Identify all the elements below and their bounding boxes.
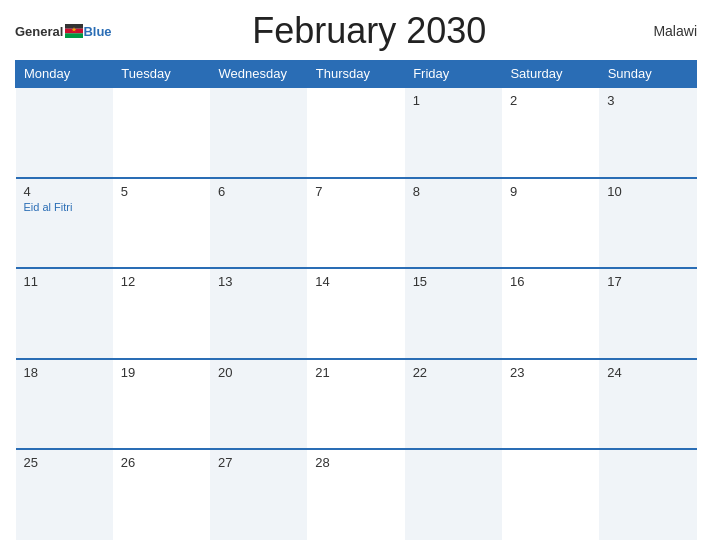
day-number: 2: [510, 93, 591, 108]
calendar-page: General Blue February 2030 Malawi Monday…: [0, 0, 712, 550]
day-number: 25: [24, 455, 105, 470]
holiday-label: Eid al Fitri: [24, 201, 105, 213]
calendar-day-cell: 11: [16, 268, 113, 359]
calendar-header: General Blue February 2030 Malawi: [15, 10, 697, 52]
day-header-friday: Friday: [405, 61, 502, 88]
days-header-row: MondayTuesdayWednesdayThursdayFridaySatu…: [16, 61, 697, 88]
calendar-week-row: 123: [16, 87, 697, 178]
calendar-day-cell: [405, 449, 502, 540]
calendar-day-cell: 5: [113, 178, 210, 269]
calendar-day-cell: 15: [405, 268, 502, 359]
calendar-day-cell: 18: [16, 359, 113, 450]
day-number: 6: [218, 184, 299, 199]
day-number: 19: [121, 365, 202, 380]
day-number: 24: [607, 365, 688, 380]
day-number: 27: [218, 455, 299, 470]
day-header-thursday: Thursday: [307, 61, 404, 88]
day-number: 20: [218, 365, 299, 380]
calendar-day-cell: 24: [599, 359, 696, 450]
day-number: 23: [510, 365, 591, 380]
day-header-tuesday: Tuesday: [113, 61, 210, 88]
calendar-table: MondayTuesdayWednesdayThursdayFridaySatu…: [15, 60, 697, 540]
day-number: 7: [315, 184, 396, 199]
calendar-day-cell: 8: [405, 178, 502, 269]
day-number: 9: [510, 184, 591, 199]
calendar-title: February 2030: [112, 10, 627, 52]
logo-flag-icon: [65, 24, 83, 38]
day-number: 26: [121, 455, 202, 470]
calendar-day-cell: 25: [16, 449, 113, 540]
calendar-day-cell: 4Eid al Fitri: [16, 178, 113, 269]
logo-blue-text: Blue: [83, 24, 111, 39]
calendar-day-cell: [210, 87, 307, 178]
logo: General Blue: [15, 24, 112, 39]
day-number: 28: [315, 455, 396, 470]
logo-general-text: General: [15, 24, 63, 39]
calendar-day-cell: 19: [113, 359, 210, 450]
day-number: 4: [24, 184, 105, 199]
calendar-day-cell: [502, 449, 599, 540]
country-name: Malawi: [627, 23, 697, 39]
day-number: 15: [413, 274, 494, 289]
day-header-wednesday: Wednesday: [210, 61, 307, 88]
day-header-monday: Monday: [16, 61, 113, 88]
calendar-day-cell: [307, 87, 404, 178]
calendar-day-cell: 10: [599, 178, 696, 269]
day-number: 11: [24, 274, 105, 289]
day-number: 14: [315, 274, 396, 289]
day-number: 16: [510, 274, 591, 289]
calendar-day-cell: 1: [405, 87, 502, 178]
day-number: 1: [413, 93, 494, 108]
day-number: 21: [315, 365, 396, 380]
day-number: 22: [413, 365, 494, 380]
calendar-day-cell: 14: [307, 268, 404, 359]
day-number: 13: [218, 274, 299, 289]
calendar-day-cell: 28: [307, 449, 404, 540]
calendar-day-cell: 2: [502, 87, 599, 178]
calendar-day-cell: [113, 87, 210, 178]
day-header-sunday: Sunday: [599, 61, 696, 88]
calendar-day-cell: 20: [210, 359, 307, 450]
calendar-week-row: 18192021222324: [16, 359, 697, 450]
calendar-day-cell: 7: [307, 178, 404, 269]
day-number: 18: [24, 365, 105, 380]
calendar-day-cell: 22: [405, 359, 502, 450]
calendar-day-cell: 12: [113, 268, 210, 359]
calendar-day-cell: 27: [210, 449, 307, 540]
calendar-day-cell: 6: [210, 178, 307, 269]
svg-rect-3: [65, 33, 83, 38]
calendar-day-cell: 17: [599, 268, 696, 359]
calendar-day-cell: [599, 449, 696, 540]
calendar-week-row: 4Eid al Fitri5678910: [16, 178, 697, 269]
day-number: 10: [607, 184, 688, 199]
calendar-day-cell: 23: [502, 359, 599, 450]
day-number: 5: [121, 184, 202, 199]
calendar-day-cell: [16, 87, 113, 178]
calendar-week-row: 11121314151617: [16, 268, 697, 359]
calendar-day-cell: 3: [599, 87, 696, 178]
calendar-day-cell: 26: [113, 449, 210, 540]
calendar-day-cell: 21: [307, 359, 404, 450]
day-number: 17: [607, 274, 688, 289]
calendar-day-cell: 9: [502, 178, 599, 269]
day-number: 8: [413, 184, 494, 199]
day-number: 12: [121, 274, 202, 289]
day-header-saturday: Saturday: [502, 61, 599, 88]
calendar-day-cell: 16: [502, 268, 599, 359]
calendar-day-cell: 13: [210, 268, 307, 359]
day-number: 3: [607, 93, 688, 108]
calendar-week-row: 25262728: [16, 449, 697, 540]
